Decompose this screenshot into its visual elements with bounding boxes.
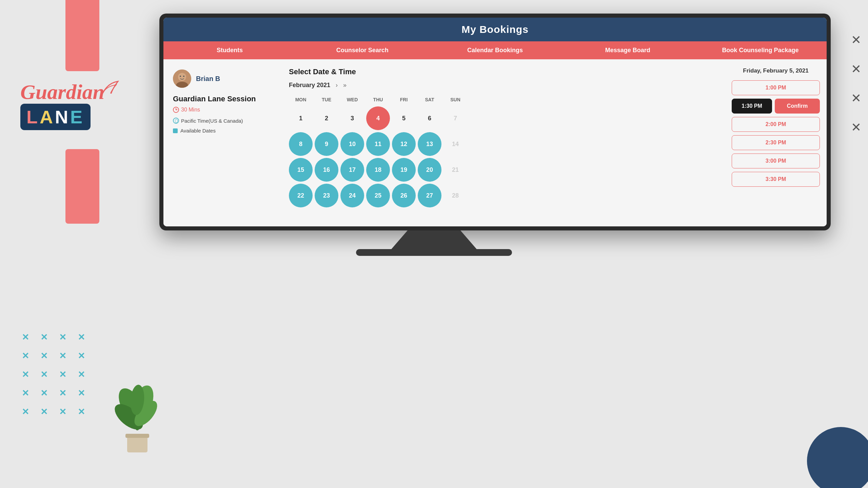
counselor-info: Brian B [173,69,269,88]
time-slot-330pm[interactable]: 3:30 PM [732,172,820,187]
monitor-screen: My Bookings Students Counselor Search Ca… [163,18,827,226]
day-6: 6 [418,106,441,130]
close-btn-3[interactable]: ✕ [851,92,861,104]
day-9[interactable]: 9 [315,132,338,156]
time-slot-3pm[interactable]: 3:00 PM [732,154,820,168]
calendar-section: Select Date & Time February 2021 › » .ca… [279,59,725,226]
time-slot-130pm-row: 1:30 PM Confirm [732,99,820,114]
available-dates-legend: Available Dates [173,128,269,134]
left-panel: Brian B Guardian Lane Session 30 Mins Pa… [163,59,279,226]
day-header-wed: WED [340,95,364,104]
close-btn-2[interactable]: ✕ [851,63,861,75]
confirm-button[interactable]: Confirm [775,99,820,114]
cross-pattern: ✕ ✕ ✕ ✕ ✕ ✕ ✕ ✕ ✕ ✕ ✕ ✕ ✕ ✕ ✕ ✕ ✕ ✕ ✕ ✕ [17,329,90,420]
avatar [173,69,191,88]
day-25[interactable]: 25 [366,184,390,207]
day-2: 2 [315,106,338,130]
session-duration: 30 Mins [173,107,269,113]
logo-wing-icon [101,80,125,97]
logo-guardian-text: Guardian [20,80,104,103]
day-23[interactable]: 23 [315,184,338,207]
day-10[interactable]: 10 [340,132,364,156]
time-slot-1pm[interactable]: 1:00 PM [732,80,820,95]
selected-date: Friday, February 5, 2021 [732,67,820,74]
calendar-grid-rebuilt: MONTUEWEDTHUFRISATSUN1234567891011121314… [289,95,715,207]
day-21: 21 [443,158,467,182]
time-slot-130pm[interactable]: 1:30 PM [732,99,772,114]
day-19[interactable]: 19 [392,158,416,182]
teal-circle-decoration [807,427,868,488]
day-26[interactable]: 26 [392,184,416,207]
month-label: February 2021 [289,82,330,89]
day-header-sun: SUN [443,95,467,104]
plant-svg [112,380,163,454]
day-header-tue: TUE [315,95,338,104]
day-20[interactable]: 20 [418,158,441,182]
day-3: 3 [340,106,364,130]
close-btn-1[interactable]: ✕ [851,34,861,46]
day-14: 14 [443,132,467,156]
avatar-svg [173,69,191,88]
day-28: 28 [443,184,467,207]
day-header-mon: MON [289,95,313,104]
svg-point-11 [183,76,184,77]
day-13[interactable]: 13 [418,132,441,156]
day-16[interactable]: 16 [315,158,338,182]
time-slot-230pm[interactable]: 2:30 PM [732,135,820,150]
monitor: My Bookings Students Counselor Search Ca… [159,14,831,230]
nav-item-book-counseling[interactable]: Book Counseling Package [694,41,827,59]
nav-item-counselor-search[interactable]: Counselor Search [296,41,429,59]
teal-square-icon [173,128,178,133]
logo: Guardian LANE [20,81,146,130]
app-title: My Bookings [461,24,529,35]
plant-decoration [112,380,163,454]
nav-bar: Students Counselor Search Calendar Booki… [163,41,827,59]
day-12[interactable]: 12 [392,132,416,156]
main-content: Brian B Guardian Lane Session 30 Mins Pa… [163,59,827,226]
nav-item-students[interactable]: Students [163,41,296,59]
session-title: Guardian Lane Session [173,95,269,103]
prev-month-button[interactable]: › [336,82,338,89]
monitor-stand [390,230,478,251]
day-7: 7 [443,106,467,130]
day-5: 5 [392,106,416,130]
day-24[interactable]: 24 [340,184,364,207]
day-11[interactable]: 11 [366,132,390,156]
timezone-info: Pacific Time(US & Canada) [173,118,269,124]
day-header-fri: FRI [392,95,416,104]
counselor-name: Brian B [196,75,220,83]
bg-decoration-mid [65,149,99,224]
svg-rect-5 [127,435,147,452]
globe-icon [173,118,179,124]
day-17[interactable]: 17 [340,158,364,182]
day-8[interactable]: 8 [289,132,313,156]
day-18[interactable]: 18 [366,158,390,182]
day-15[interactable]: 15 [289,158,313,182]
close-buttons: ✕ ✕ ✕ ✕ [851,34,861,134]
logo-lane-text: LANE [26,107,84,127]
day-header-thu: THU [366,95,390,104]
close-btn-4[interactable]: ✕ [851,121,861,134]
bg-decoration-top [65,0,99,71]
logo-lane-box: LANE [20,104,91,130]
right-panel: Friday, February 5, 2021 1:00 PM 1:30 PM… [725,59,827,226]
day-1: 1 [289,106,313,130]
svg-point-10 [180,76,181,77]
nav-item-message-board[interactable]: Message Board [561,41,694,59]
clock-icon [173,107,179,113]
monitor-base [356,249,512,256]
svg-rect-6 [125,434,149,438]
nav-item-calendar-bookings[interactable]: Calendar Bookings [429,41,561,59]
day-header-sat: SAT [418,95,441,104]
day-27[interactable]: 27 [418,184,441,207]
day-4[interactable]: 4 [366,106,390,130]
select-date-title: Select Date & Time [289,67,715,76]
time-slot-2pm[interactable]: 2:00 PM [732,117,820,132]
app-header: My Bookings [163,18,827,41]
svg-point-8 [178,73,186,81]
day-22[interactable]: 22 [289,184,313,207]
month-nav: February 2021 › » [289,82,715,89]
next-month-button[interactable]: » [343,82,347,89]
